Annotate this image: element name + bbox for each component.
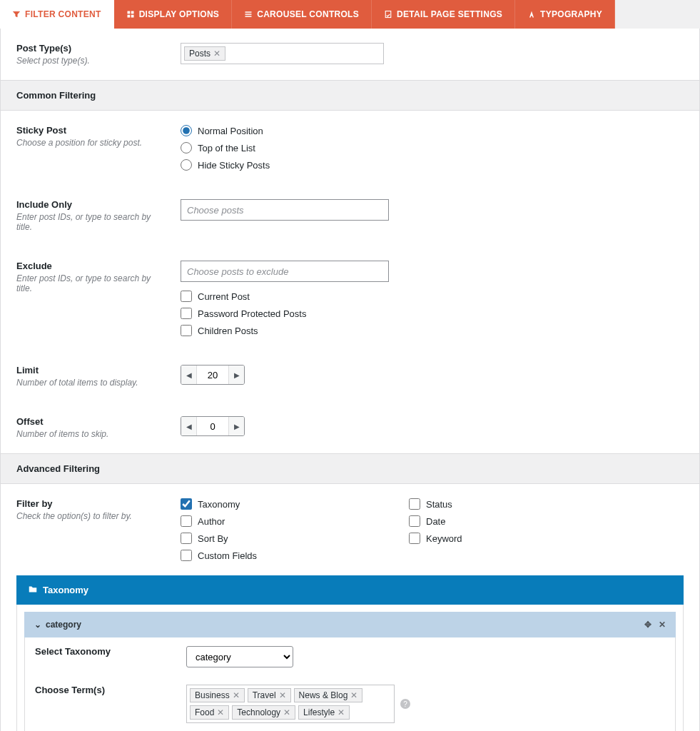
offset-increment[interactable]: ▶ xyxy=(228,417,244,435)
remove-tag-icon[interactable]: ✕ xyxy=(338,707,345,717)
grid-icon xyxy=(126,10,135,19)
taxonomy-body: ⌄ category ✥ ✕ Select Taxonomy category … xyxy=(16,605,684,731)
field-desc: Choose a position for sticky post. xyxy=(16,138,166,148)
tab-label: CAROUSEL CONTROLS xyxy=(257,9,359,19)
check-current-post[interactable]: Current Post xyxy=(181,291,684,302)
check-label: Children Posts xyxy=(198,326,258,336)
checkbox-input[interactable] xyxy=(409,515,420,527)
svg-rect-2 xyxy=(127,15,130,18)
radio-hide-sticky[interactable]: Hide Sticky Posts xyxy=(181,159,684,171)
tag-business[interactable]: Business✕ xyxy=(190,688,245,702)
checkbox-input[interactable] xyxy=(181,325,192,336)
remove-tag-icon[interactable]: ✕ xyxy=(233,690,240,700)
tab-display-options[interactable]: DISPLAY OPTIONS xyxy=(114,0,233,29)
check-custom-fields[interactable]: Custom Fields xyxy=(181,550,380,561)
move-icon[interactable]: ✥ xyxy=(644,620,651,630)
check-children-posts[interactable]: Children Posts xyxy=(181,325,684,336)
checkbox-input[interactable] xyxy=(409,498,420,510)
field-desc: Number of items to skip. xyxy=(16,429,166,439)
checkbox-input[interactable] xyxy=(181,533,192,544)
check-password-posts[interactable]: Password Protected Posts xyxy=(181,308,684,319)
field-filter-by: Filter by Check the option(s) to filter … xyxy=(1,484,699,575)
radio-input[interactable] xyxy=(181,125,192,136)
check-label: Custom Fields xyxy=(198,550,257,561)
svg-rect-1 xyxy=(131,11,133,14)
radio-label: Normal Position xyxy=(198,126,263,136)
offset-decrement[interactable]: ◀ xyxy=(181,417,197,435)
field-sticky-post: Sticky Post Choose a position for sticky… xyxy=(1,111,699,185)
include-input[interactable] xyxy=(181,199,389,221)
check-keyword[interactable]: Keyword xyxy=(409,533,609,544)
tag-posts[interactable]: Posts ✕ xyxy=(184,46,225,61)
radio-top-of-list[interactable]: Top of the List xyxy=(181,142,684,153)
tab-label: DISPLAY OPTIONS xyxy=(139,9,220,19)
settings-panel: Post Type(s) Select post type(s). Posts … xyxy=(0,29,700,731)
tag-travel[interactable]: Travel✕ xyxy=(248,688,291,702)
post-type-input[interactable]: Posts ✕ xyxy=(181,43,384,64)
tag-label: Lifestyle xyxy=(303,707,335,717)
check-author[interactable]: Author xyxy=(181,515,380,527)
check-status[interactable]: Status xyxy=(409,498,609,510)
checkbox-input[interactable] xyxy=(181,498,192,510)
svg-rect-0 xyxy=(127,11,130,14)
folder-icon xyxy=(28,584,38,596)
check-taxonomy[interactable]: Taxonomy xyxy=(181,498,380,510)
remove-tag-icon[interactable]: ✕ xyxy=(350,690,357,700)
checkbox-input[interactable] xyxy=(181,291,192,302)
svg-rect-7 xyxy=(385,11,391,18)
terms-input[interactable]: Business✕ Travel✕ News & Blog✕ Food✕ Tec… xyxy=(186,685,395,723)
checkbox-input[interactable] xyxy=(181,550,192,561)
tab-label: FILTER CONTENT xyxy=(25,9,101,19)
check-date[interactable]: Date xyxy=(409,515,609,527)
tag-technology[interactable]: Technology✕ xyxy=(232,705,295,720)
row-label: Select Taxonomy xyxy=(35,646,178,657)
limit-decrement[interactable]: ◀ xyxy=(181,366,197,384)
limit-value[interactable] xyxy=(197,366,228,384)
radio-input[interactable] xyxy=(181,159,192,171)
accordion-category[interactable]: ⌄ category ✥ ✕ xyxy=(24,612,676,637)
remove-tag-icon[interactable]: ✕ xyxy=(213,49,220,59)
limit-increment[interactable]: ▶ xyxy=(228,366,244,384)
close-icon[interactable]: ✕ xyxy=(659,620,666,630)
check-label: Taxonomy xyxy=(198,499,240,510)
tag-food[interactable]: Food✕ xyxy=(190,705,229,720)
taxonomy-header: Taxonomy xyxy=(16,575,684,605)
tab-filter-content[interactable]: FILTER CONTENT xyxy=(0,0,114,29)
radio-label: Hide Sticky Posts xyxy=(198,160,270,171)
filter-icon xyxy=(12,10,21,19)
row-choose-terms: Choose Term(s) Business✕ Travel✕ News & … xyxy=(25,676,675,731)
check-label: Current Post xyxy=(198,291,250,302)
remove-tag-icon[interactable]: ✕ xyxy=(217,707,224,717)
tag-label: Posts xyxy=(189,49,210,59)
page-icon xyxy=(384,10,392,19)
radio-normal-position[interactable]: Normal Position xyxy=(181,125,684,136)
help-icon[interactable]: ? xyxy=(400,699,410,709)
tag-label: Food xyxy=(195,707,214,717)
exclude-input[interactable] xyxy=(181,261,389,282)
tab-typography[interactable]: TYPOGRAPHY xyxy=(515,0,615,29)
row-label: Choose Term(s) xyxy=(35,685,178,695)
check-sort-by[interactable]: Sort By xyxy=(181,533,380,544)
checkbox-input[interactable] xyxy=(409,533,420,544)
remove-tag-icon[interactable]: ✕ xyxy=(283,707,290,717)
tab-carousel-controls[interactable]: CAROUSEL CONTROLS xyxy=(232,0,372,29)
tab-detail-page-settings[interactable]: DETAIL PAGE SETTINGS xyxy=(372,0,515,29)
remove-tag-icon[interactable]: ✕ xyxy=(279,690,286,700)
offset-value[interactable] xyxy=(197,417,228,435)
field-exclude: Exclude Enter post IDs, or type to searc… xyxy=(1,246,699,351)
tag-lifestyle[interactable]: Lifestyle✕ xyxy=(298,705,350,720)
checkbox-input[interactable] xyxy=(181,515,192,527)
tag-label: Travel xyxy=(253,690,276,700)
tag-news-blog[interactable]: News & Blog✕ xyxy=(294,688,363,702)
radio-label: Top of the List xyxy=(198,143,255,153)
tag-label: Business xyxy=(195,690,230,700)
checkbox-input[interactable] xyxy=(181,308,192,319)
select-taxonomy[interactable]: category xyxy=(186,646,293,667)
svg-rect-3 xyxy=(131,15,133,18)
field-desc: Enter post IDs, or type to search by tit… xyxy=(16,273,166,293)
check-label: Sort By xyxy=(198,533,228,544)
radio-input[interactable] xyxy=(181,142,192,153)
section-common-filtering: Common Filtering xyxy=(1,80,699,111)
field-title: Limit xyxy=(16,365,166,375)
chevron-down-icon: ⌄ xyxy=(34,620,41,630)
